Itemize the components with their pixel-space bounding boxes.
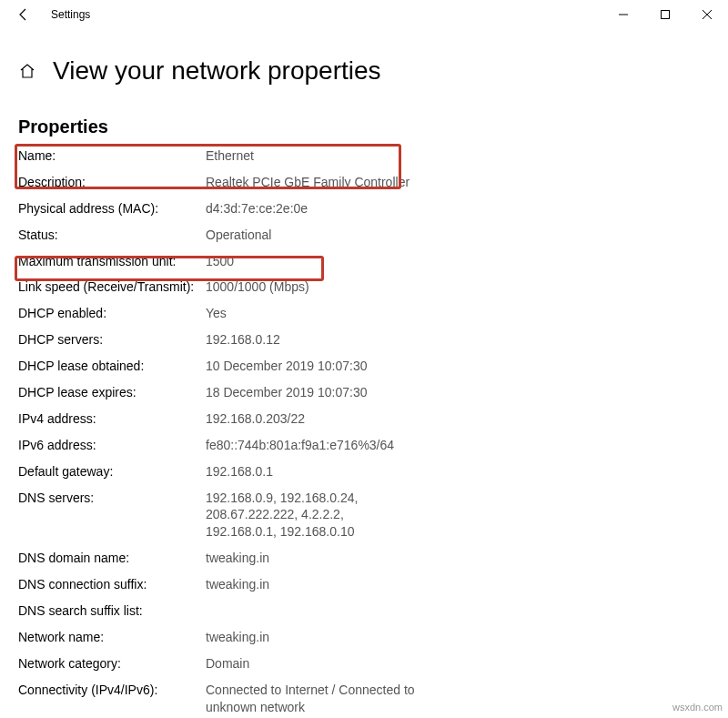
close-button[interactable] xyxy=(686,0,728,29)
property-value: 18 December 2019 10:07:30 xyxy=(206,384,415,401)
back-button[interactable] xyxy=(11,2,36,27)
property-row: Connectivity (IPv4/IPv6):Connected to In… xyxy=(18,677,710,718)
property-value: 192.168.0.12 xyxy=(206,331,415,349)
property-label: DNS connection suffix: xyxy=(18,576,206,593)
property-row: DHCP enabled:Yes xyxy=(18,300,710,327)
property-row: Description:Realtek PCIe GbE Family Cont… xyxy=(18,169,710,196)
properties-list: Name:EthernetDescription:Realtek PCIe Gb… xyxy=(18,143,710,718)
property-row: DHCP servers:192.168.0.12 xyxy=(18,327,710,353)
property-label: Description: xyxy=(18,174,206,191)
property-value xyxy=(206,602,415,620)
page-title: View your network properties xyxy=(53,56,381,86)
watermark-text: wsxdn.com xyxy=(672,702,723,713)
arrow-left-icon xyxy=(16,7,31,22)
property-value: Realtek PCIe GbE Family Controller xyxy=(206,174,415,191)
titlebar: Settings xyxy=(0,0,728,29)
property-value: Yes xyxy=(206,305,415,322)
property-label: DHCP enabled: xyxy=(18,305,206,322)
property-label: IPv4 address: xyxy=(18,410,206,428)
home-icon[interactable] xyxy=(18,62,36,80)
property-row: IPv4 address:192.168.0.203/22 xyxy=(18,406,710,432)
property-value: Connected to Internet / Connected to unk… xyxy=(206,682,415,716)
property-label: Maximum transmission unit: xyxy=(18,253,206,270)
property-value: fe80::744b:801a:f9a1:e716%3/64 xyxy=(206,437,415,454)
property-row: Maximum transmission unit:1500 xyxy=(18,248,710,275)
window-title: Settings xyxy=(51,8,90,21)
property-row: DNS search suffix list: xyxy=(18,598,710,624)
property-row: DHCP lease expires:18 December 2019 10:0… xyxy=(18,379,710,406)
property-row: DNS domain name:tweaking.in xyxy=(18,545,710,571)
property-value: tweaking.in xyxy=(206,629,415,646)
property-value: tweaking.in xyxy=(206,576,415,593)
property-value: d4:3d:7e:ce:2e:0e xyxy=(206,200,415,217)
property-row: Name:Ethernet xyxy=(18,143,710,169)
property-value: 192.168.0.9, 192.168.0.24, 208.67.222.22… xyxy=(206,490,415,541)
property-row: Network category:Domain xyxy=(18,651,710,677)
property-label: Name: xyxy=(18,147,206,165)
property-value: Operational xyxy=(206,227,415,244)
property-value: 10 December 2019 10:07:30 xyxy=(206,358,415,375)
section-heading-properties: Properties xyxy=(18,116,710,137)
svg-rect-1 xyxy=(662,11,670,19)
property-row: DNS servers:192.168.0.9, 192.168.0.24, 2… xyxy=(18,485,710,546)
page-header: View your network properties xyxy=(0,29,728,95)
property-row: Status:Operational xyxy=(18,222,710,248)
property-value: 1500 xyxy=(206,253,415,270)
property-label: Default gateway: xyxy=(18,463,206,480)
property-label: Connectivity (IPv4/IPv6): xyxy=(18,682,206,716)
property-value: Domain xyxy=(206,655,415,672)
property-value: tweaking.in xyxy=(206,550,415,567)
property-label: Status: xyxy=(18,227,206,244)
property-label: DNS domain name: xyxy=(18,550,206,567)
house-icon xyxy=(19,63,35,79)
minimize-button[interactable] xyxy=(602,0,644,29)
window-controls xyxy=(602,0,728,29)
property-row: Link speed (Receive/Transmit):1000/1000 … xyxy=(18,274,710,300)
minimize-icon xyxy=(619,10,628,19)
property-row: DHCP lease obtained:10 December 2019 10:… xyxy=(18,353,710,379)
property-label: Link speed (Receive/Transmit): xyxy=(18,278,206,296)
property-value: 192.168.0.1 xyxy=(206,463,415,480)
property-label: DHCP lease obtained: xyxy=(18,358,206,375)
property-row: Physical address (MAC):d4:3d:7e:ce:2e:0e xyxy=(18,196,710,222)
property-row: IPv6 address:fe80::744b:801a:f9a1:e716%3… xyxy=(18,432,710,459)
close-icon xyxy=(703,10,712,19)
property-value: Ethernet xyxy=(206,147,415,165)
maximize-icon xyxy=(661,10,670,19)
property-label: DHCP lease expires: xyxy=(18,384,206,401)
property-label: DHCP servers: xyxy=(18,331,206,349)
property-label: Network name: xyxy=(18,629,206,646)
property-row: DNS connection suffix:tweaking.in xyxy=(18,571,710,598)
property-value: 1000/1000 (Mbps) xyxy=(206,278,415,296)
maximize-button[interactable] xyxy=(644,0,686,29)
property-label: DNS search suffix list: xyxy=(18,602,206,620)
property-row: Default gateway:192.168.0.1 xyxy=(18,459,710,485)
property-label: IPv6 address: xyxy=(18,437,206,454)
property-label: DNS servers: xyxy=(18,490,206,541)
property-label: Network category: xyxy=(18,655,206,672)
property-value: 192.168.0.203/22 xyxy=(206,410,415,428)
property-row: Network name:tweaking.in xyxy=(18,624,710,651)
property-label: Physical address (MAC): xyxy=(18,200,206,217)
content-area: Properties Name:EthernetDescription:Real… xyxy=(0,116,728,718)
